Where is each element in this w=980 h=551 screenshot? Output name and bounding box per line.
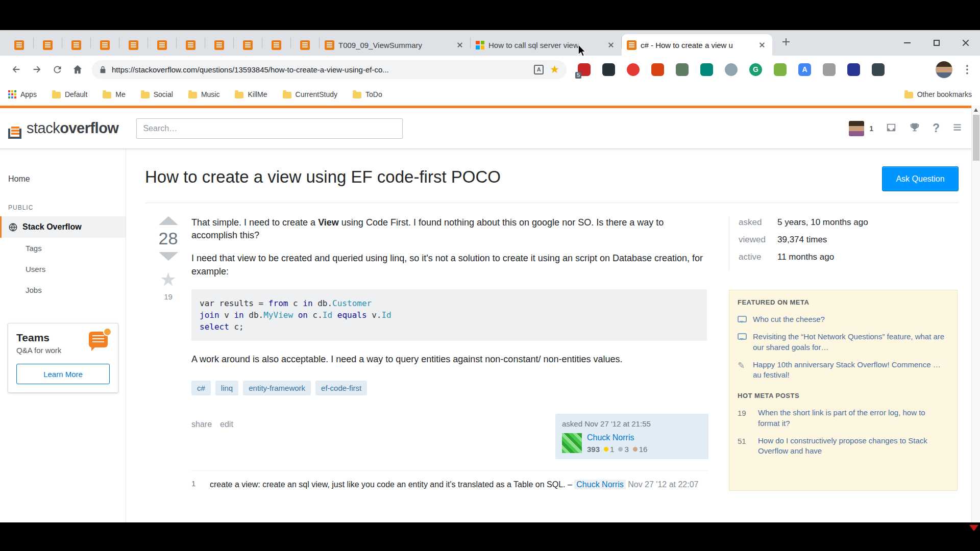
tab-viewsummary[interactable]: T009_09_ViewSummary: [320, 34, 470, 56]
tab-separator: [148, 37, 148, 48]
help-button[interactable]: [933, 121, 940, 135]
pinned-tab[interactable]: [62, 34, 90, 56]
search-input[interactable]: [136, 118, 403, 139]
tag-linq[interactable]: linq: [215, 381, 238, 395]
bookmark-folder-social[interactable]: Social: [141, 90, 173, 98]
meta-link[interactable]: When the short link is part of the error…: [758, 408, 949, 429]
close-icon[interactable]: [606, 40, 616, 50]
browser-menu-icon[interactable]: [961, 63, 974, 76]
tab-active-create-view[interactable]: c# - How to create a view u: [622, 34, 772, 56]
pinned-tab[interactable]: [91, 34, 119, 56]
tab-separator: [205, 37, 205, 48]
user-name-link[interactable]: Chuck Norris: [587, 433, 647, 442]
gold-badge: 1: [604, 445, 614, 454]
extension-teal-icon[interactable]: [700, 63, 713, 76]
bookmark-star-icon[interactable]: [550, 63, 559, 76]
close-icon[interactable]: [757, 40, 767, 50]
comment-author-link[interactable]: Chuck Norris: [574, 480, 625, 489]
meta-link[interactable]: Who cut the cheese?: [753, 314, 825, 324]
code-segment: var results =: [200, 298, 268, 308]
extension-evernote-icon[interactable]: [676, 63, 689, 76]
translate-icon[interactable]: [534, 65, 544, 74]
edit-link[interactable]: edit: [220, 420, 233, 459]
pinned-tab[interactable]: [34, 34, 62, 56]
new-tab-button[interactable]: [777, 33, 795, 51]
bookmark-folder-default[interactable]: Default: [52, 90, 87, 98]
bookmark-folder-currentstudy[interactable]: CurrentStudy: [283, 90, 337, 98]
tab-sql-server-view[interactable]: How to call sql server view: [471, 34, 621, 56]
extension-circle-gray-icon[interactable]: [725, 63, 738, 76]
sidebar-item-jobs[interactable]: Jobs: [0, 280, 126, 300]
pinned-tab[interactable]: [177, 34, 205, 56]
extension-translate-blue-icon[interactable]: [798, 63, 811, 76]
inbox-button[interactable]: [886, 122, 897, 135]
extension-grammarly-icon[interactable]: [749, 63, 762, 76]
pinned-tab[interactable]: [291, 34, 319, 56]
user-avatar[interactable]: [849, 121, 864, 136]
tag-csharp[interactable]: c#: [191, 381, 211, 395]
comment: 1 create a view: create an sql view, jus…: [191, 470, 708, 491]
asked-timestamp: asked Nov 27 '12 at 21:55: [562, 419, 702, 428]
scroll-down-arrow-icon[interactable]: [969, 525, 978, 531]
tag-ef-code-first[interactable]: ef-code-first: [315, 381, 367, 395]
user-identicon-avatar[interactable]: [562, 433, 582, 453]
stackoverflow-logo[interactable]: stackoverflow: [7, 118, 118, 139]
profile-avatar[interactable]: [936, 61, 952, 78]
refresh-button[interactable]: [47, 59, 67, 80]
site-switcher-button[interactable]: [952, 122, 963, 135]
sidebar-item-stack-overflow[interactable]: Stack Overflow: [0, 216, 126, 238]
extension-square-red-icon[interactable]: [651, 63, 664, 76]
apps-shortcut[interactable]: Apps: [8, 90, 37, 98]
meta-link[interactable]: How do I constructively propose changes …: [758, 436, 949, 457]
code-line: select c;: [200, 321, 699, 333]
pinned-tab[interactable]: [234, 34, 262, 56]
upvote-arrow-icon[interactable]: [159, 216, 178, 225]
extension-whale-black-icon[interactable]: [602, 63, 615, 76]
pinned-tab[interactable]: [148, 34, 176, 56]
extension-shield-red-icon[interactable]: 5: [578, 63, 591, 76]
meta-link[interactable]: Happy 10th anniversary Stack Overflow! C…: [753, 360, 949, 381]
scroll-up-arrow-icon[interactable]: [974, 108, 978, 112]
minimize-button[interactable]: [893, 30, 922, 56]
back-button[interactable]: [6, 59, 27, 80]
bookmark-folder-me[interactable]: Me: [103, 90, 125, 98]
pinned-tab[interactable]: [5, 34, 33, 56]
comment-score[interactable]: 1: [191, 478, 210, 491]
extension-megaphone-icon[interactable]: [872, 63, 885, 76]
scrollbar-thumb[interactable]: [973, 115, 979, 161]
bookmark-folder-music[interactable]: Music: [188, 90, 220, 98]
downvote-arrow-icon[interactable]: [159, 252, 178, 261]
close-window-button[interactable]: [951, 30, 980, 56]
extension-shield-navy-icon[interactable]: [847, 63, 860, 76]
lock-icon[interactable]: [99, 65, 107, 74]
microsoft-favicon: [476, 41, 484, 49]
meta-link[interactable]: Revisiting the “Hot Network Questions” f…: [753, 332, 949, 353]
pinned-tab[interactable]: [262, 34, 290, 56]
sidebar-item-users[interactable]: Users: [0, 259, 126, 280]
share-link[interactable]: share: [191, 420, 212, 459]
maximize-button[interactable]: [922, 30, 951, 56]
favorite-star-icon[interactable]: [160, 269, 176, 290]
tag-entity-framework[interactable]: entity-framework: [243, 381, 311, 395]
teams-learn-more-button[interactable]: Learn More: [16, 364, 110, 384]
sidebar-item-home[interactable]: Home: [0, 169, 126, 189]
forward-button[interactable]: [27, 59, 47, 80]
address-bar[interactable]: https://stackoverflow.com/questions/1359…: [92, 60, 567, 79]
bronze-badge: 16: [633, 445, 648, 454]
pinned-tab[interactable]: [119, 34, 148, 56]
achievements-button[interactable]: [909, 122, 920, 135]
screen: T009_09_ViewSummary How to call sql serv…: [0, 0, 980, 551]
stackoverflow-favicon: [157, 40, 167, 50]
home-button[interactable]: [67, 59, 88, 80]
extension-tree-green-icon[interactable]: [774, 63, 787, 76]
pinned-tab[interactable]: [205, 34, 233, 56]
extension-circle-red-icon[interactable]: [627, 63, 640, 76]
sidebar-item-tags[interactable]: Tags: [0, 238, 126, 259]
bookmark-folder-todo[interactable]: ToDo: [353, 90, 382, 98]
other-bookmarks[interactable]: Other bookmarks: [904, 90, 972, 98]
bookmark-folder-killme[interactable]: KillMe: [235, 90, 267, 98]
ask-question-button[interactable]: Ask Question: [882, 166, 959, 191]
page-scrollbar[interactable]: [971, 106, 980, 522]
extension-tool-gray-icon[interactable]: [823, 63, 836, 76]
close-icon[interactable]: [455, 40, 465, 50]
